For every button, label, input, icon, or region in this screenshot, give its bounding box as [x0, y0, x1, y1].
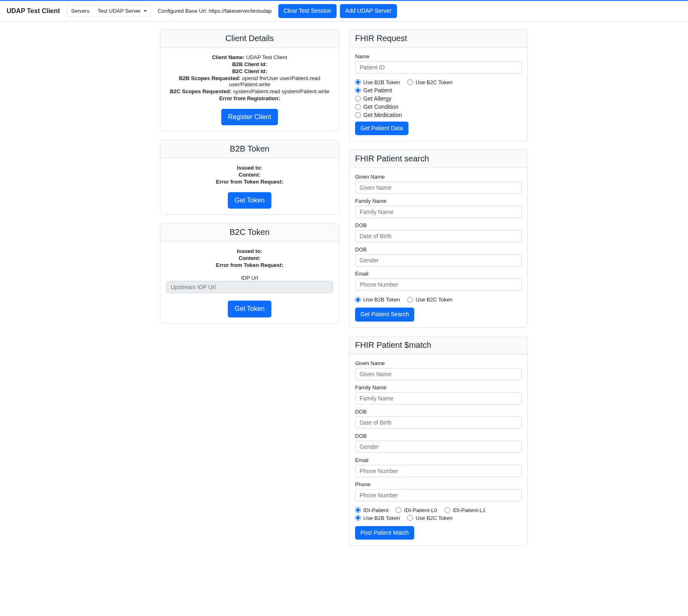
fm-use-b2b-radio[interactable]: Use B2B Token	[355, 515, 400, 521]
fr-resource-radio-col: Get Patient Get Allergy Get Condition Ge…	[355, 87, 522, 118]
fhir-match-header: FHIR Patient $match	[349, 336, 527, 354]
reg-error-label: Error from Registration:	[219, 95, 280, 101]
b2c-get-token-button[interactable]: Get Token	[228, 301, 272, 317]
b2c-error-row: Error from Token Request:	[166, 262, 333, 268]
b2b-get-token-button[interactable]: Get Token	[228, 192, 272, 209]
fs-token-radio-row: Use B2B Token Use B2C Token	[355, 297, 522, 303]
fr-token-radio-row: Use B2B Token Use B2C Token	[355, 79, 522, 85]
fm-family-input[interactable]	[355, 392, 522, 405]
fr-name-label: Name	[355, 53, 522, 60]
b2c-content-label: Content:	[239, 255, 260, 261]
fm-email-input[interactable]	[355, 465, 522, 477]
b2b-content-row: Content:	[166, 172, 333, 178]
fhir-match-title: FHIR Patient $match	[355, 340, 522, 350]
fhir-request-title: FHIR Request	[355, 34, 522, 43]
b2c-error-label: Error from Token Request:	[216, 262, 283, 268]
fm-given-input[interactable]	[355, 368, 522, 380]
fs-given-label: Given Name	[355, 174, 522, 180]
left-column: Client Details Client Name: UDAP Test Cl…	[160, 29, 339, 324]
b2b-token-body: Issued to: Content: Error from Token Req…	[161, 158, 339, 214]
b2b-scopes-label: B2B Scopes Requested:	[179, 75, 241, 81]
b2b-error-label: Error from Token Request:	[216, 179, 283, 185]
fm-idi-radio-row: IDI-Patient IDI-Patient-L0 IDI-Patient-L…	[355, 507, 522, 513]
b2b-token-card: B2B Token Issued to: Content: Error from…	[160, 140, 339, 215]
fhir-request-card: FHIR Request Name Use B2B Token Use B2C …	[349, 29, 528, 142]
fr-get-allergy-radio[interactable]: Get Allergy	[355, 95, 522, 102]
clear-session-button[interactable]: Clear Test Session	[278, 4, 337, 18]
fs-use-b2c-radio[interactable]: Use B2C Token	[407, 297, 452, 303]
fr-name-input[interactable]	[355, 61, 522, 74]
b2b-scopes-value: openid fhirUser user/Patient.read user/P…	[229, 75, 321, 87]
reg-error-row: Error from Registration:	[166, 95, 333, 101]
b2c-client-id-row: B2C Client Id:	[166, 68, 333, 74]
fm-idi-patient-l0-radio[interactable]: IDI-Patient-L0	[396, 507, 437, 513]
b2b-token-header: B2B Token	[161, 140, 339, 158]
fs-use-b2b-radio[interactable]: Use B2B Token	[355, 297, 400, 303]
fr-use-b2b-radio[interactable]: Use B2B Token	[355, 79, 400, 85]
b2b-token-title: B2B Token	[166, 144, 333, 154]
fs-given-input[interactable]	[355, 182, 522, 194]
b2c-token-header: B2C Token	[161, 223, 339, 241]
b2c-scopes-label: B2C Scopes Requested:	[170, 88, 232, 94]
client-details-title: Client Details	[166, 34, 333, 43]
b2c-token-title: B2C Token	[166, 228, 333, 237]
fr-use-b2c-radio[interactable]: Use B2C Token	[407, 79, 452, 85]
fm-phone-input[interactable]	[355, 489, 522, 501]
fs-dob1-input[interactable]	[355, 230, 522, 242]
b2c-scopes-row: B2C Scopes Requested: system/Patient.rea…	[166, 88, 333, 94]
servers-group: Servers Test UDAP Server	[67, 5, 151, 17]
fm-dob1-label: DOB	[355, 409, 522, 415]
client-details-header: Client Details	[161, 30, 339, 48]
client-details-card: Client Details Client Name: UDAP Test Cl…	[160, 29, 339, 131]
fm-idi-patient-l1-radio[interactable]: IDI-Patient-L1	[445, 507, 486, 513]
fr-get-patient-radio[interactable]: Get Patient	[355, 87, 522, 94]
fm-family-label: Family Name	[355, 384, 522, 391]
fr-get-medication-radio[interactable]: Get Medication	[355, 112, 522, 118]
b2c-content-row: Content:	[166, 255, 333, 261]
b2b-issued-label: Issued to:	[237, 165, 262, 171]
fm-given-label: Given Name	[355, 360, 522, 366]
client-name-value: UDAP Test Client	[246, 54, 287, 60]
idp-url-input	[166, 281, 333, 293]
client-details-body: Client Name: UDAP Test Client B2B Client…	[161, 48, 339, 131]
fhir-search-header: FHIR Patient search	[349, 150, 527, 168]
b2b-issued-row: Issued to:	[166, 165, 333, 171]
fs-email-input[interactable]	[355, 278, 522, 291]
add-server-button[interactable]: Add UDAP Server	[340, 4, 397, 18]
register-client-button[interactable]: Register Client	[221, 109, 278, 125]
main-container: Client Details Client Name: UDAP Test Cl…	[155, 29, 533, 546]
servers-label: Servers	[67, 5, 94, 17]
fhir-request-body: Name Use B2B Token Use B2C Token Get Pat…	[349, 48, 527, 141]
fhir-search-title: FHIR Patient search	[355, 154, 522, 163]
post-patient-match-button[interactable]: Post Patient Match	[355, 526, 414, 540]
get-patient-search-button[interactable]: Get Patient Search	[355, 308, 414, 322]
fs-family-label: Family Name	[355, 198, 522, 204]
base-url-text: Configured Base Url: https://fakeserver/…	[158, 8, 271, 14]
fm-email-label: Email	[355, 457, 522, 463]
b2c-token-body: Issued to: Content: Error from Token Req…	[161, 241, 339, 323]
fhir-request-header: FHIR Request	[349, 30, 527, 48]
fm-dob2-input[interactable]	[355, 441, 522, 453]
b2b-content-label: Content:	[239, 172, 260, 178]
b2b-client-id-row: B2B Client Id:	[166, 61, 333, 67]
fm-use-b2c-radio[interactable]: Use B2C Token	[407, 515, 452, 521]
fm-idi-patient-radio[interactable]: IDI-Patient	[355, 507, 388, 513]
get-patient-data-button[interactable]: Get Patient Data	[355, 122, 408, 136]
fhir-match-card: FHIR Patient $match Given Name Family Na…	[349, 336, 528, 546]
fs-family-input[interactable]	[355, 206, 522, 218]
b2b-error-row: Error from Token Request:	[166, 179, 333, 185]
fhir-search-card: FHIR Patient search Given Name Family Na…	[349, 149, 528, 328]
fs-dob2-input[interactable]	[355, 254, 522, 267]
b2c-client-id-label: B2C Client Id:	[232, 68, 267, 74]
fm-dob1-input[interactable]	[355, 416, 522, 429]
fm-phone-label: Phone	[355, 481, 522, 487]
idp-url-label: IDP Url	[166, 275, 333, 281]
servers-select[interactable]: Test UDAP Server	[94, 5, 151, 17]
fr-get-condition-radio[interactable]: Get Condition	[355, 103, 522, 110]
topbar: UDAP Test Client Servers Test UDAP Serve…	[0, 0, 688, 22]
client-name-row: Client Name: UDAP Test Client	[166, 54, 333, 60]
b2c-token-card: B2C Token Issued to: Content: Error from…	[160, 223, 339, 323]
app-title: UDAP Test Client	[7, 7, 60, 15]
b2c-issued-row: Issued to:	[166, 248, 333, 254]
b2b-scopes-row: B2B Scopes Requested: openid fhirUser us…	[166, 75, 333, 87]
